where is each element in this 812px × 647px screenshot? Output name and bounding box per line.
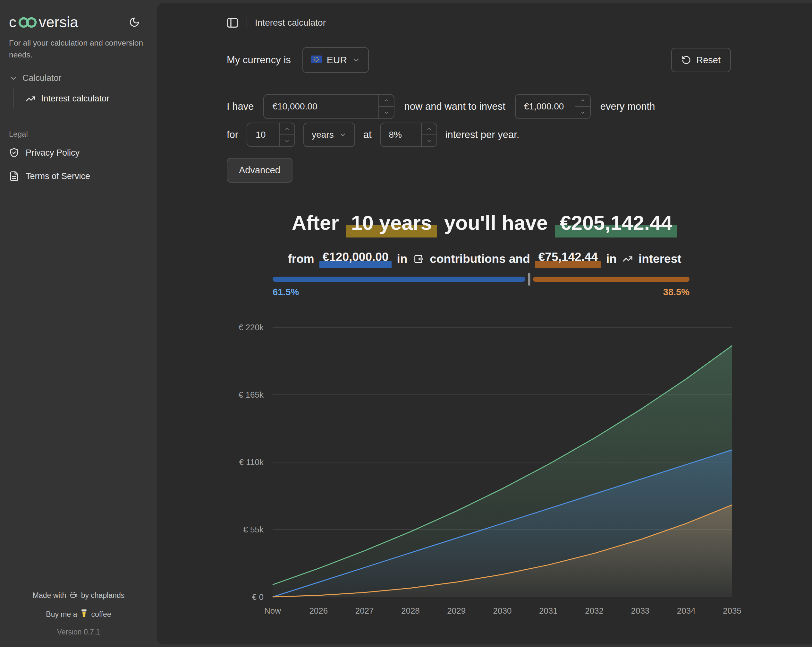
in-text-2: in — [606, 252, 617, 266]
nav-group-calculator[interactable]: Calculator — [10, 73, 61, 83]
trending-up-icon — [623, 254, 633, 264]
sidebar-item-interest-calculator[interactable]: Interest calculator — [26, 94, 109, 104]
currency-group: My currency is EUR — [227, 47, 369, 73]
svg-text:€ 0: € 0 — [252, 592, 264, 602]
for-label: for — [227, 129, 238, 141]
rate-input-group — [380, 122, 437, 147]
svg-text:€ 165k: € 165k — [239, 390, 264, 399]
app-tagline: For all your calculation and conversion … — [9, 37, 153, 61]
now-and-label: now and want to invest — [404, 101, 505, 112]
rate-decrement-button[interactable] — [422, 135, 437, 146]
form-row-1: I have now and want to invest — [227, 95, 655, 118]
app-logo: c versia — [9, 12, 78, 32]
buy-text: Buy me a — [46, 610, 77, 619]
monthly-input[interactable] — [516, 95, 575, 118]
duration-input[interactable] — [247, 123, 279, 146]
nav-item-label: Interest calculator — [41, 94, 109, 104]
legal-item-label: Terms of Service — [26, 171, 90, 181]
sidebar-item-terms-of-service[interactable]: Terms of Service — [9, 171, 90, 181]
reset-label: Reset — [696, 55, 720, 66]
advanced-button[interactable]: Advanced — [227, 158, 293, 183]
result-headline: After 10 years you'll have €205,142.44 — [157, 211, 812, 237]
chevron-down-icon — [339, 131, 346, 139]
moon-icon — [129, 17, 140, 28]
sidebar-header: c versia — [9, 12, 141, 32]
currency-value: EUR — [327, 55, 347, 66]
result-breakdown: from €120,000.00 in contributions and €7… — [157, 250, 812, 268]
svg-text:€ 220k: € 220k — [239, 323, 264, 332]
svg-text:2027: 2027 — [355, 606, 374, 616]
svg-text:Now: Now — [264, 606, 281, 616]
duration-increment-button[interactable] — [280, 123, 295, 135]
i-have-label: I have — [227, 101, 254, 112]
svg-text:2034: 2034 — [677, 606, 696, 616]
app-root: { "sidebar": { "logo_prefix": "c", "logo… — [0, 0, 812, 647]
contributions-amount-highlight: €120,000.00 — [319, 250, 392, 268]
rotate-ccw-icon — [681, 55, 691, 65]
principal-input[interactable] — [264, 95, 379, 118]
infinity-logo-icon — [17, 15, 38, 32]
chevron-down-icon — [352, 56, 360, 64]
split-bar — [273, 277, 690, 282]
contributions-text: contributions and — [430, 252, 530, 266]
interest-text: interest — [638, 252, 681, 266]
buy-me-a-coffee-link[interactable]: Buy me a coffee — [0, 609, 157, 619]
rate-input[interactable] — [381, 123, 421, 146]
every-month-label: every month — [600, 101, 655, 112]
rate-increment-button[interactable] — [422, 123, 437, 135]
currency-toolbar: My currency is EUR — [227, 47, 731, 73]
split-labels: 61.5% 38.5% — [273, 287, 690, 298]
logo-text-suffix: versia — [39, 14, 78, 31]
form-row-2: for years at — [227, 123, 519, 146]
principal-increment-button[interactable] — [379, 95, 394, 107]
svg-text:€ 55k: € 55k — [243, 525, 264, 534]
file-text-icon — [9, 171, 19, 181]
theme-toggle-button[interactable] — [128, 15, 141, 29]
svg-text:2026: 2026 — [309, 606, 328, 616]
duration-unit-value: years — [312, 130, 334, 140]
made-with-line: Made with by chaplands — [0, 591, 157, 600]
monthly-decrement-button[interactable] — [575, 107, 590, 118]
sidebar-toggle-button[interactable] — [226, 16, 239, 29]
chevron-down-icon — [10, 75, 17, 82]
duration-unit-select[interactable]: years — [304, 122, 355, 147]
after-text: After — [292, 211, 339, 234]
coffee-icon — [70, 592, 78, 600]
rate-stepper — [421, 123, 437, 146]
split-handle[interactable] — [528, 273, 530, 286]
legal-section-label: Legal — [9, 130, 28, 139]
monthly-input-group — [515, 94, 591, 119]
svg-text:2031: 2031 — [539, 606, 558, 616]
svg-text:2032: 2032 — [585, 606, 604, 616]
sidebar-item-privacy-policy[interactable]: Privacy Policy — [9, 148, 79, 158]
made-with-author: by chaplands — [81, 591, 125, 600]
main-panel: Interest calculator My currency is — [157, 3, 812, 644]
duration-stepper — [279, 123, 295, 146]
monthly-increment-button[interactable] — [575, 95, 590, 107]
duration-decrement-button[interactable] — [280, 135, 295, 146]
svg-text:2035: 2035 — [723, 606, 742, 616]
reset-button[interactable]: Reset — [671, 48, 731, 72]
trending-up-icon — [26, 94, 35, 104]
shield-check-icon — [9, 148, 19, 158]
logo-text-prefix: c — [9, 14, 16, 31]
eu-flag-icon — [311, 55, 322, 66]
youll-have-text: you'll have — [444, 211, 548, 234]
contributions-percent: 61.5% — [273, 287, 299, 298]
svg-text:2029: 2029 — [447, 606, 466, 616]
svg-text:2030: 2030 — [493, 606, 512, 616]
svg-text:2028: 2028 — [401, 606, 420, 616]
split-progress: 61.5% 38.5% — [273, 277, 690, 298]
interest-percent: 38.5% — [663, 287, 690, 298]
panel-left-icon — [226, 16, 239, 29]
header-divider — [247, 17, 247, 29]
legal-item-label: Privacy Policy — [26, 148, 79, 158]
buy-text-2: coffee — [91, 610, 111, 619]
principal-decrement-button[interactable] — [379, 107, 394, 118]
version-label: Version 0.7.1 — [0, 628, 157, 636]
principal-stepper — [379, 95, 394, 118]
currency-select[interactable]: EUR — [302, 47, 369, 73]
page-title: Interest calculator — [255, 18, 326, 28]
growth-area-chart: € 220k€ 165k€ 110k€ 55k€ 0Now20262027202… — [224, 318, 751, 632]
nav-group-label: Calculator — [23, 73, 61, 83]
